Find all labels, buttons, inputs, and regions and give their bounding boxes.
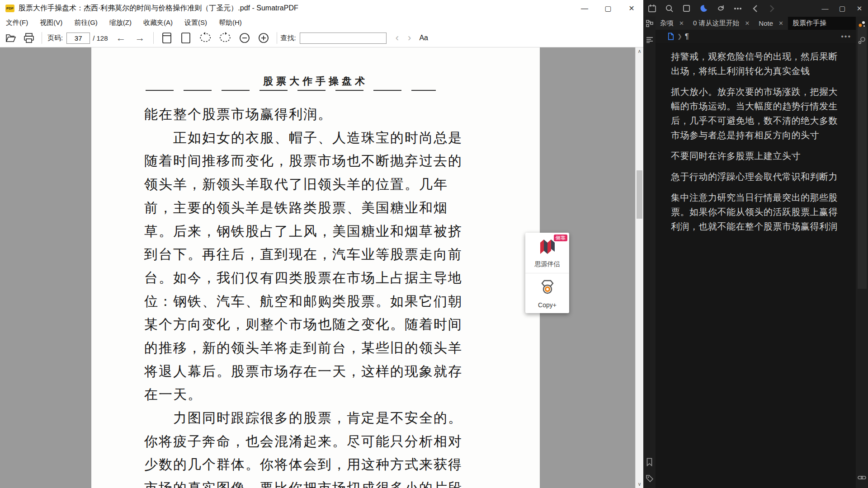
minimize-button[interactable]: — xyxy=(573,0,596,17)
graph-circles-icon[interactable] xyxy=(856,37,868,44)
menu-file[interactable]: 文件(F) xyxy=(0,19,34,27)
pdf-text-line: 前，主要的领头羊是铁路类股票、美国糖业和烟 xyxy=(144,199,547,217)
toolbar: 页码: / 128 ← → xyxy=(0,29,643,47)
note-paragraph[interactable]: 不要同时在许多股票上建立头寸 xyxy=(671,149,840,163)
menu-goto[interactable]: 前往(G) xyxy=(68,19,104,27)
paragraph-crumb[interactable]: ¶ xyxy=(685,33,689,41)
left-dock-strip xyxy=(643,17,656,488)
sync-icon[interactable] xyxy=(712,0,729,17)
pdf-text-line: 草。后来，钢铁股占了上风，美国糖业和烟草被挤 xyxy=(144,222,547,241)
flashcard-dots-icon[interactable] xyxy=(856,20,868,28)
menubar: 文件(F) 视图(V) 前往(G) 缩放(Z) 收藏夹(A) 设置(S) 帮助(… xyxy=(0,17,643,29)
dock-side-badge: 侧靠 xyxy=(554,235,567,241)
note-topbar: — ▢ ✕ xyxy=(643,0,868,17)
continuous-view-icon[interactable] xyxy=(157,29,176,47)
find-label: 查找: xyxy=(281,34,296,42)
pdf-scrollbar-thumb[interactable] xyxy=(637,170,642,219)
pdf-page: 股票大作手操盘术 能在整个股票市场赢得利润。 正如妇女的衣服、帽子、人造珠宝的时… xyxy=(91,47,540,488)
pdf-text-line: 在一天。 xyxy=(144,385,547,404)
note-minimize-button[interactable]: — xyxy=(816,0,834,17)
page-total: / 128 xyxy=(93,34,108,42)
zoom-out-icon[interactable] xyxy=(235,29,254,47)
note-paragraph[interactable]: 急于行动的浮躁心理会取代常识和判断力 xyxy=(671,169,840,184)
tab-close-icon[interactable]: ✕ xyxy=(679,20,684,27)
rotate-right-icon[interactable] xyxy=(215,29,235,47)
tag-icon[interactable] xyxy=(643,474,656,483)
sumatra-pdf-icon: PDF xyxy=(5,5,14,12)
bookmark-icon[interactable] xyxy=(643,458,656,466)
next-page-icon[interactable]: → xyxy=(131,32,150,44)
backlink-chain-icon[interactable] xyxy=(856,475,868,480)
find-input[interactable] xyxy=(300,33,387,44)
tab-start-here[interactable]: 0 请从这里开始 ✕ xyxy=(689,17,754,30)
find-prev-icon[interactable]: ‹ xyxy=(391,32,403,44)
single-page-view-icon[interactable] xyxy=(176,29,195,47)
print-icon[interactable] xyxy=(20,29,38,47)
pdf-text-line: 到台下。再往后，直到现在，汽车业等股票走向前 xyxy=(144,245,547,264)
siyuan-companion-widget: 侧靠 思源伴侣 Copy+ xyxy=(525,233,569,313)
pdf-text-line: 随着时间推移而变化，股票市场也不断抛弃过去的 xyxy=(144,152,547,170)
rotate-left-icon[interactable] xyxy=(195,29,215,47)
companion-home-button[interactable]: 侧靠 思源伴侣 xyxy=(525,233,569,273)
pdf-scrollbar[interactable]: ∧ ∨ xyxy=(635,47,643,488)
prev-page-icon[interactable]: ← xyxy=(112,32,131,44)
pdf-text-line: 力图同时跟踪很多的股票，肯定是不安全的。 xyxy=(144,409,547,427)
pdf-text-line: 你将疲子奔命，也会混淆起来。尽可能只分析相对 xyxy=(144,432,547,451)
companion-label: 思源伴侣 xyxy=(535,260,560,268)
note-paragraph[interactable]: 抓大放小。放弃次要的市场涨跌，把握大幅的市场运动。当大幅度的趋势行情发生后，几乎… xyxy=(671,84,840,142)
note-paragraph[interactable]: 集中注意力研究当日行情最突出的那些股票。如果你不能从领头的活跃股票上赢得利润，也… xyxy=(671,190,840,234)
titlebar: PDF 股票大作手操盘术：杰西·利弗莫尔的时间与价格操作准则（丁圣元）.pdf … xyxy=(0,0,643,17)
nav-back-icon[interactable] xyxy=(746,0,764,17)
pdf-text-line: 少数的几个群体。你将体会到，用这种方式来获得 xyxy=(144,455,547,474)
breadcrumb: ❯ ¶ ••• xyxy=(656,30,856,43)
tab-bar: 杂项 ✕ 0 请从这里开始 ✕ Note ✕ 股票作手操 xyxy=(656,17,856,30)
scroll-up-icon[interactable]: ∧ xyxy=(636,47,643,55)
note-close-button[interactable]: ✕ xyxy=(851,0,868,17)
menu-view[interactable]: 视图(V) xyxy=(34,19,68,27)
maximize-button[interactable]: ▢ xyxy=(596,0,620,17)
note-scrollbar[interactable] xyxy=(858,27,867,289)
copy-plus-button[interactable]: Copy+ xyxy=(525,273,569,313)
note-paragraph[interactable]: 持警戒，观察危险信号的出现，然后果断出场，将纸上利润转化为真实金钱 xyxy=(671,49,840,78)
breadcrumb-more-icon[interactable]: ••• xyxy=(841,33,856,41)
note-editor[interactable]: 持警戒，观察危险信号的出现，然后果断出场，将纸上利润转化为真实金钱 抓大放小。放… xyxy=(656,43,856,488)
window-title: 股票大作手操盘术：杰西·利弗莫尔的时间与价格操作准则（丁圣元）.pdf - Su… xyxy=(19,4,298,13)
document-icon[interactable] xyxy=(667,33,675,40)
note-maximize-button[interactable]: ▢ xyxy=(834,0,851,17)
menu-zoom[interactable]: 缩放(Z) xyxy=(104,19,137,27)
page-number-label: 页码: xyxy=(47,34,63,42)
tab-stock-operator[interactable]: 股票作手操 xyxy=(788,17,856,30)
tab-misc[interactable]: 杂项 ✕ xyxy=(656,17,689,30)
menu-favorites[interactable]: 收藏夹(A) xyxy=(137,19,179,27)
pdf-text-line: 台。如今，我们仅有四类股票在市场上占据主导地 xyxy=(144,269,547,287)
page-running-header: 股票大作手操盘术 xyxy=(91,75,540,88)
close-button[interactable]: ✕ xyxy=(620,0,643,17)
pdf-text-line: 能在整个股票市场赢得利润。 xyxy=(144,105,547,124)
copy-plus-label: Copy+ xyxy=(538,301,557,309)
scroll-down-icon[interactable]: ∨ xyxy=(636,480,643,488)
tab-close-icon[interactable]: ✕ xyxy=(745,20,750,27)
more-options-icon[interactable] xyxy=(729,0,746,17)
pdf-text-line: 市场的真实图像，要比你把市场切成很多小的片段 xyxy=(144,479,547,488)
nav-forward-icon xyxy=(764,0,781,17)
find-next-icon[interactable]: › xyxy=(403,32,415,44)
menu-settings[interactable]: 设置(S) xyxy=(179,19,213,27)
pdf-text-line: 位：钢铁、汽车、航空和邮购类股票。如果它们朝 xyxy=(144,292,547,311)
tab-close-icon[interactable]: ✕ xyxy=(778,20,783,27)
chevron-right-icon: ❯ xyxy=(677,33,682,40)
match-case-button[interactable]: Aa xyxy=(415,34,432,42)
daily-note-icon[interactable] xyxy=(643,0,660,17)
outline-icon[interactable] xyxy=(643,37,656,43)
open-file-icon[interactable] xyxy=(2,29,20,47)
file-tree-icon[interactable] xyxy=(643,20,656,27)
pdf-text-line: 正如妇女的衣服、帽子、人造珠宝的时尚总是 xyxy=(144,129,547,147)
zoom-in-icon[interactable] xyxy=(254,29,273,47)
dark-mode-moon-icon[interactable] xyxy=(695,0,712,17)
copy-medal-icon xyxy=(538,278,557,296)
header-rule xyxy=(146,90,436,91)
page-number-input[interactable] xyxy=(66,33,90,44)
tab-note[interactable]: Note ✕ xyxy=(754,17,788,30)
menu-help[interactable]: 帮助(H) xyxy=(213,19,248,27)
search-icon[interactable] xyxy=(660,0,678,17)
dock-panel-icon[interactable] xyxy=(678,0,695,17)
